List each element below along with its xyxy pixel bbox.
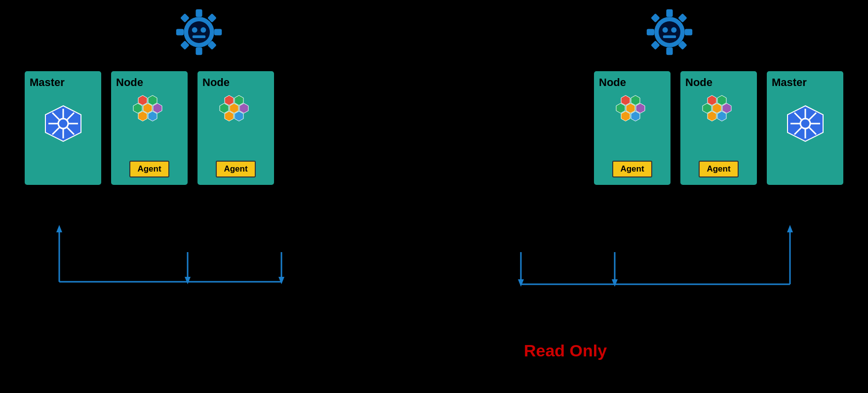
left-node1-agent: Agent	[129, 161, 169, 177]
svg-marker-40	[138, 95, 147, 105]
svg-marker-73	[631, 111, 640, 121]
read-only-label: Read Only	[524, 341, 607, 360]
svg-marker-46	[148, 111, 157, 121]
right-node2: Node Agent	[680, 71, 757, 185]
svg-marker-45	[138, 111, 147, 121]
svg-marker-52	[225, 111, 234, 121]
svg-marker-50	[230, 103, 238, 113]
svg-marker-75	[717, 95, 726, 105]
svg-marker-10	[518, 279, 524, 287]
svg-rect-29	[192, 36, 205, 39]
svg-marker-78	[722, 103, 731, 113]
right-robot-icon	[642, 5, 697, 61]
svg-rect-56	[666, 47, 672, 55]
honeycomb-icon-3	[610, 94, 655, 138]
svg-rect-58	[684, 29, 692, 35]
svg-marker-7	[56, 225, 62, 232]
left-node2: Node Agent	[197, 71, 274, 185]
svg-rect-18	[196, 9, 202, 17]
svg-marker-43	[143, 103, 152, 113]
svg-marker-51	[239, 103, 248, 113]
k8s-icon-right	[786, 104, 825, 145]
svg-rect-57	[646, 29, 654, 35]
right-nodes-row: Node Agent Node	[594, 71, 843, 185]
svg-marker-5	[278, 277, 284, 284]
left-nodes-row: Master	[25, 71, 274, 185]
svg-marker-12	[612, 279, 618, 287]
right-node2-label: Node	[685, 76, 712, 89]
svg-point-26	[188, 21, 210, 43]
left-cluster: Master	[25, 0, 274, 185]
right-node2-agent: Agent	[699, 161, 738, 177]
right-master-node: Master	[767, 71, 843, 185]
svg-marker-41	[148, 95, 157, 105]
honeycomb-icon-2	[214, 94, 258, 138]
svg-marker-67	[621, 95, 630, 105]
svg-marker-77	[712, 103, 721, 113]
left-node2-agent: Agent	[216, 161, 255, 177]
k8s-icon-left	[43, 104, 83, 145]
svg-marker-53	[235, 111, 243, 121]
svg-rect-19	[196, 47, 202, 55]
right-cluster: Node Agent Node	[594, 0, 843, 185]
right-master-label: Master	[772, 76, 807, 89]
left-master-node: Master	[25, 71, 101, 185]
svg-rect-20	[176, 29, 183, 35]
svg-marker-69	[616, 103, 625, 113]
svg-rect-55	[666, 9, 672, 17]
svg-marker-47	[225, 95, 234, 105]
svg-point-28	[200, 27, 206, 33]
svg-marker-79	[708, 111, 716, 121]
left-node2-label: Node	[202, 76, 230, 89]
svg-marker-44	[153, 103, 162, 113]
svg-marker-72	[621, 111, 630, 121]
svg-marker-68	[631, 95, 640, 105]
left-node1-label: Node	[116, 76, 143, 89]
right-node1: Node Agent	[594, 71, 671, 185]
main-diagram: Master	[0, 0, 868, 393]
svg-marker-15	[787, 225, 793, 232]
svg-rect-21	[214, 29, 221, 35]
svg-point-65	[671, 27, 676, 33]
svg-point-27	[192, 27, 197, 33]
svg-marker-74	[708, 95, 716, 105]
left-robot-icon	[172, 5, 226, 61]
svg-marker-80	[717, 111, 726, 121]
svg-rect-59	[651, 13, 660, 23]
svg-marker-48	[235, 95, 243, 105]
svg-rect-66	[663, 36, 675, 39]
right-node1-label: Node	[599, 76, 626, 89]
svg-rect-22	[180, 13, 190, 23]
master-label: Master	[30, 76, 65, 89]
honeycomb-icon-4	[697, 94, 741, 138]
svg-marker-49	[220, 103, 229, 113]
svg-marker-70	[626, 103, 635, 113]
svg-marker-3	[185, 277, 191, 284]
svg-marker-76	[703, 103, 711, 113]
svg-marker-42	[133, 103, 142, 113]
svg-point-63	[659, 21, 680, 43]
svg-point-64	[662, 27, 668, 33]
right-node1-agent: Agent	[612, 161, 652, 177]
svg-marker-71	[636, 103, 645, 113]
left-node1: Node Agent	[111, 71, 188, 185]
honeycomb-icon-1	[127, 94, 172, 138]
